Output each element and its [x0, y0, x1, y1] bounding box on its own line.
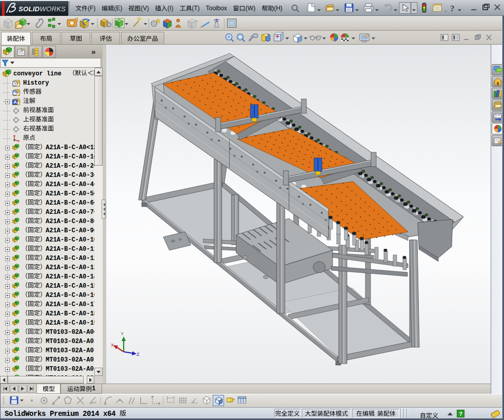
svg-text:X: X — [111, 343, 114, 348]
svg-text:Y: Y — [121, 331, 124, 336]
svg-text:?: ? — [450, 4, 455, 13]
svg-text:Z: Z — [137, 352, 140, 357]
svg-text:SOLIDWORKS: SOLIDWORKS — [18, 5, 66, 13]
svg-text:A: A — [13, 99, 17, 105]
